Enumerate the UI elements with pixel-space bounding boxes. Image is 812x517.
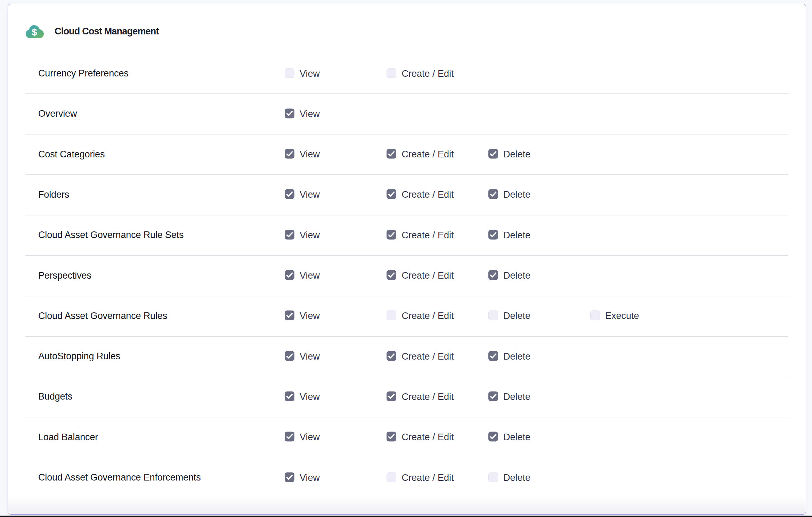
svg-text:$: $ [32, 27, 37, 38]
